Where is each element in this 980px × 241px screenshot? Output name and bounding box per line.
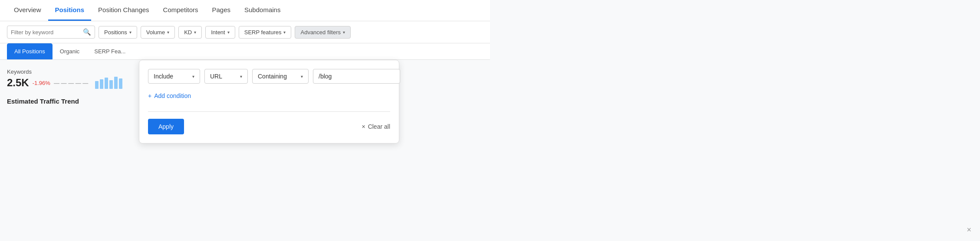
tab-overview[interactable]: Overview <box>7 0 48 21</box>
positions-filter[interactable]: Positions ▾ <box>99 26 137 39</box>
advanced-filters-button[interactable]: Advanced filters ▾ <box>295 26 351 39</box>
search-input[interactable] <box>11 29 80 36</box>
advanced-filters-label: Advanced filters <box>300 29 341 36</box>
subtab-serp-features[interactable]: SERP Fea... <box>87 43 133 59</box>
bar-3 <box>105 78 108 89</box>
main-area: Keywords 2.5K -1.96% — — — — — Estimated… <box>0 60 490 155</box>
chevron-down-icon: ▾ <box>240 74 242 79</box>
containing-select[interactable]: Containing ▾ <box>252 69 309 84</box>
bar-1 <box>95 81 99 89</box>
filter-bar: 🔍 Positions ▾ Volume ▾ KD ▾ Intent ▾ SER… <box>0 21 490 43</box>
plus-icon: + <box>148 92 151 99</box>
add-condition-label: Add condition <box>154 92 191 99</box>
clear-all-button[interactable]: × Clear all <box>362 123 390 130</box>
keywords-count: 2.5K <box>7 77 29 89</box>
apply-button[interactable]: Apply <box>148 119 184 134</box>
top-nav: Overview Positions Position Changes Comp… <box>0 0 490 21</box>
add-condition-button[interactable]: + Add condition <box>148 91 390 101</box>
chevron-down-icon: ▾ <box>167 30 169 35</box>
subtab-all-positions[interactable]: All Positions <box>7 43 53 59</box>
kd-filter[interactable]: KD ▾ <box>178 26 202 39</box>
tab-competitors[interactable]: Competitors <box>156 0 205 21</box>
bar-6 <box>119 78 122 89</box>
filter-value-input[interactable] <box>313 69 400 84</box>
url-selected-label: URL <box>210 73 222 80</box>
bar-4 <box>109 80 113 89</box>
serp-features-filter[interactable]: SERP features ▾ <box>239 26 292 39</box>
intent-filter-label: Intent <box>211 29 225 36</box>
search-icon: 🔍 <box>83 28 91 36</box>
containing-selected-label: Containing <box>258 73 287 80</box>
url-select[interactable]: URL ▾ <box>204 69 248 84</box>
chevron-down-icon: ▾ <box>192 74 194 79</box>
tab-position-changes[interactable]: Position Changes <box>91 0 156 21</box>
subtab-organic[interactable]: Organic <box>53 43 87 59</box>
positions-filter-label: Positions <box>104 29 127 36</box>
intent-filter[interactable]: Intent ▾ <box>205 26 235 39</box>
search-wrap: 🔍 <box>7 26 95 39</box>
volume-filter[interactable]: Volume ▾ <box>141 26 175 39</box>
panel-footer: Apply × Clear all <box>148 111 390 134</box>
chevron-down-icon: ▾ <box>227 30 230 35</box>
tab-pages[interactable]: Pages <box>205 0 237 21</box>
sub-tabs: All Positions Organic SERP Fea... <box>0 43 490 60</box>
chevron-down-icon: ▾ <box>194 30 196 35</box>
include-select[interactable]: Include ▾ <box>148 69 200 84</box>
keywords-separator: — — — — — <box>54 80 88 86</box>
advanced-filters-panel: Include ▾ URL ▾ Containing ▾ + Add condi… <box>139 60 399 143</box>
kd-filter-label: KD <box>184 29 192 36</box>
chevron-down-icon: ▾ <box>283 30 286 35</box>
keywords-change: -1.96% <box>33 80 50 86</box>
mini-bars <box>95 77 122 89</box>
bar-5 <box>114 77 118 89</box>
bar-2 <box>100 79 103 89</box>
clear-all-label: Clear all <box>368 123 390 130</box>
chevron-down-icon: ▾ <box>343 30 345 35</box>
chevron-down-icon: ▾ <box>129 30 132 35</box>
close-icon: × <box>362 123 365 130</box>
filter-condition-row: Include ▾ URL ▾ Containing ▾ <box>148 69 390 84</box>
serp-features-filter-label: SERP features <box>244 29 282 36</box>
tab-positions[interactable]: Positions <box>48 0 92 21</box>
search-button[interactable]: 🔍 <box>83 28 91 36</box>
volume-filter-label: Volume <box>146 29 165 36</box>
include-selected-label: Include <box>154 73 173 80</box>
tab-subdomains[interactable]: Subdomains <box>237 0 287 21</box>
chevron-down-icon: ▾ <box>301 74 303 79</box>
